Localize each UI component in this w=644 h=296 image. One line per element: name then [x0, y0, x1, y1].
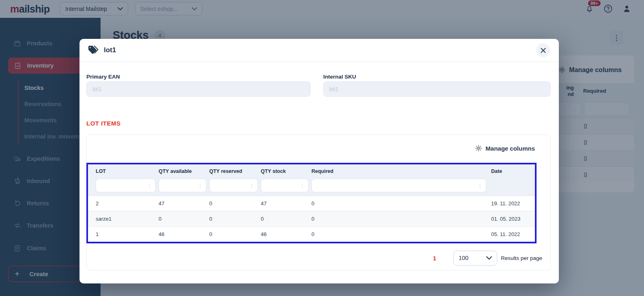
- manage-columns-label: Manage columns: [485, 145, 535, 152]
- cell-lot: 2: [96, 200, 159, 207]
- qty-stock-filter-input[interactable]: ⋮: [261, 179, 309, 192]
- internal-sku-input[interactable]: [323, 81, 551, 97]
- cell-required: 0: [311, 231, 491, 237]
- table-row: sarze1 0 0 0 0 01. 05. 2023: [88, 211, 535, 226]
- column-header-qty-available: QTY available: [159, 168, 209, 174]
- table-row: 1 46 0 46 0 05. 11. 2022: [88, 226, 535, 242]
- required-filter-input[interactable]: ⋮: [311, 179, 486, 192]
- filter-menu-icon[interactable]: ⋮: [197, 183, 203, 189]
- cell-date: 19. 11. 2022: [491, 200, 535, 207]
- gear-icon: [475, 145, 482, 152]
- modal-manage-columns-button[interactable]: Manage columns: [475, 145, 535, 152]
- page-size-value: 100: [459, 255, 468, 261]
- column-header-required: Required: [311, 168, 491, 174]
- lot-detail-modal: lot1 Primary EAN Internal SKU LOT ITEMS …: [79, 39, 559, 283]
- results-per-page-label: Results per page: [501, 255, 542, 261]
- qty-reserved-filter-input[interactable]: ⋮: [209, 179, 258, 192]
- app-root: mailship Internal Mailstep Select eshop.…: [0, 0, 644, 296]
- lot-items-section-title: LOT ITEMS: [86, 120, 121, 127]
- table-row: 2 47 0 47 0 19. 11. 2022: [88, 196, 535, 211]
- cell-required: 0: [311, 200, 491, 207]
- page-size-select[interactable]: 100: [453, 251, 497, 266]
- cell-qty-available: 0: [159, 216, 209, 222]
- cell-qty-reserved: 0: [209, 216, 261, 222]
- filter-menu-icon[interactable]: ⋮: [249, 183, 254, 189]
- lot-table-header-row: LOT QTY available QTY reserved QTY stock…: [88, 164, 535, 178]
- primary-ean-input[interactable]: [86, 81, 311, 97]
- modal-title: lot1: [104, 46, 116, 54]
- chevron-down-icon: [486, 256, 492, 260]
- cell-qty-stock: 46: [261, 231, 311, 237]
- pagination: 1 100 Results per page: [87, 250, 550, 266]
- cell-qty-stock: 0: [261, 216, 311, 222]
- qty-available-filter-input[interactable]: ⋮: [159, 179, 206, 192]
- lot-items-card: Manage columns LOT QTY available QTY res…: [86, 134, 551, 270]
- cell-qty-stock: 47: [261, 200, 311, 207]
- column-header-qty-reserved: QTY reserved: [209, 168, 261, 174]
- page-number-button[interactable]: 1: [433, 255, 436, 262]
- modal-header: lot1: [79, 39, 559, 62]
- primary-ean-label: Primary EAN: [86, 74, 120, 80]
- cell-date: 01. 05. 2023: [491, 216, 535, 222]
- column-header-lot: LOT: [96, 168, 159, 174]
- column-header-date: Date: [491, 168, 535, 174]
- cell-qty-available: 46: [159, 231, 209, 237]
- cell-lot: sarze1: [96, 216, 159, 222]
- filter-menu-icon[interactable]: ⋮: [477, 183, 483, 189]
- cell-required: 0: [311, 216, 491, 222]
- cell-lot: 1: [96, 231, 159, 237]
- lot-items-table-highlighted: LOT QTY available QTY reserved QTY stock…: [86, 163, 537, 243]
- cell-date: 05. 11. 2022: [491, 231, 535, 237]
- lot-table-filter-row: ⋮ ⋮ ⋮ ⋮ ⋮: [88, 178, 535, 196]
- cell-qty-reserved: 0: [209, 200, 261, 207]
- lot-filter-input[interactable]: ⋮: [96, 179, 156, 192]
- close-icon: [541, 48, 546, 53]
- modal-close-button[interactable]: [536, 43, 550, 57]
- internal-sku-label: Internal SKU: [323, 74, 356, 80]
- column-header-qty-stock: QTY stock: [261, 168, 311, 174]
- cell-qty-reserved: 0: [209, 231, 261, 237]
- cell-qty-available: 47: [159, 200, 209, 207]
- filter-menu-icon[interactable]: ⋮: [300, 183, 305, 189]
- tag-icon: [88, 45, 100, 55]
- filter-menu-icon[interactable]: ⋮: [147, 183, 152, 189]
